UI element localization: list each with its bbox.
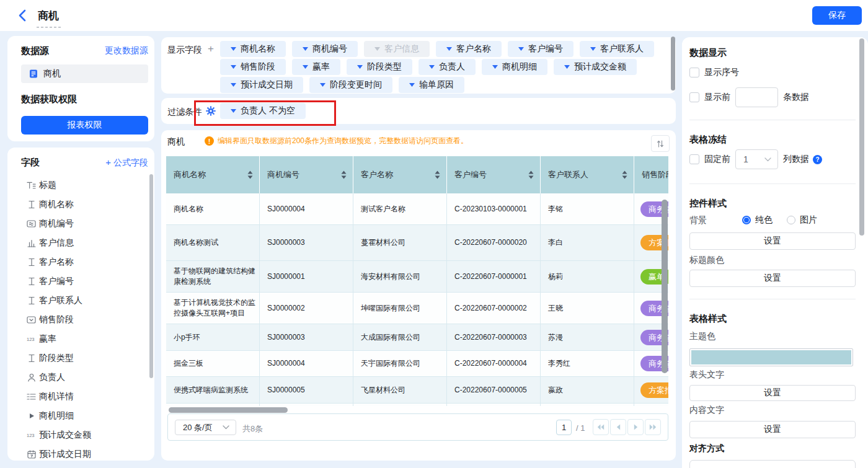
detail-icon xyxy=(27,391,36,402)
number-icon: 123 xyxy=(27,333,36,344)
bg-solid-radio[interactable] xyxy=(742,216,751,224)
table-header-cell[interactable]: 商机编号 xyxy=(260,156,353,193)
theme-color-swatch[interactable] xyxy=(689,348,853,366)
filter-condition-chip[interactable]: 负责人 不为空 xyxy=(220,103,306,119)
first-page-button[interactable] xyxy=(593,419,609,435)
table-row[interactable]: 便携式哮喘病监测系统 SJ0000005 飞星材料公司 C-20220607-0… xyxy=(166,377,668,404)
back-icon[interactable] xyxy=(16,9,30,22)
field-list-item[interactable]: 负责人 xyxy=(21,368,148,387)
table-header-cell[interactable]: 商机名称 xyxy=(166,156,260,193)
select-icon xyxy=(27,314,36,325)
add-formula-field-link[interactable]: +公式字段 xyxy=(105,157,148,169)
table-cell: 小p手环 xyxy=(166,324,260,350)
chart-icon xyxy=(27,237,36,248)
display-field-chip[interactable]: 阶段类型 xyxy=(347,59,412,75)
table-header-cell[interactable]: 客户联系人 xyxy=(541,156,634,193)
content-text-set-button[interactable]: 设置 xyxy=(689,421,856,438)
table-horizontal-scrollbar[interactable] xyxy=(169,407,288,413)
field-list-item[interactable]: 阶段类型 xyxy=(21,348,148,368)
serial-icon xyxy=(27,218,36,229)
chip-row: 商机名称 商机编号 客户信息 客户名称 客户编号 客户联系人 xyxy=(220,41,654,57)
display-field-chip[interactable]: 预计成交日期 xyxy=(220,77,303,93)
text-icon xyxy=(27,257,36,267)
last-page-button[interactable] xyxy=(645,419,661,435)
settings-scrollbar[interactable] xyxy=(859,38,864,236)
freeze-count-select[interactable]: 1 xyxy=(735,149,778,169)
subform-icon xyxy=(27,410,36,421)
field-list-item[interactable]: 商机详情 xyxy=(21,387,148,406)
change-datasource-link[interactable]: 更改数据源 xyxy=(105,45,148,56)
display-field-chip[interactable]: 输单原因 xyxy=(399,77,464,93)
table-header-cell[interactable]: 客户编号 xyxy=(447,156,541,193)
show-first-count-input[interactable] xyxy=(735,87,778,107)
display-field-chip[interactable]: 预计成交金额 xyxy=(554,59,637,75)
table-vertical-scrollbar[interactable] xyxy=(662,200,668,373)
sort-toggle-button[interactable] xyxy=(651,135,670,152)
report-permission-button[interactable]: 报表权限 xyxy=(21,116,148,135)
display-field-chip[interactable]: 客户编号 xyxy=(508,41,574,57)
help-icon[interactable]: ? xyxy=(813,155,822,164)
display-field-chip[interactable]: 负责人 xyxy=(418,59,476,75)
title-color-set-button[interactable]: 设置 xyxy=(689,270,856,287)
prev-page-button[interactable] xyxy=(610,419,626,435)
display-field-chip[interactable]: 销售阶段 xyxy=(220,59,286,75)
fields-scrollbar[interactable] xyxy=(149,174,153,378)
display-field-chip[interactable]: 商机名称 xyxy=(220,41,286,57)
field-list-item[interactable]: 客户联系人 xyxy=(21,291,148,310)
freeze-suffix: 列数据 xyxy=(783,154,809,165)
display-field-chip[interactable]: 赢率 xyxy=(292,59,340,75)
table-header-cell[interactable]: 销售阶段 xyxy=(634,156,668,193)
bg-image-radio[interactable] xyxy=(787,216,795,224)
align-options-group[interactable] xyxy=(689,460,856,468)
freeze-checkbox[interactable] xyxy=(689,154,699,164)
display-field-chip[interactable]: 客户名称 xyxy=(436,41,502,57)
field-list-item[interactable]: 123 预计成交金额 xyxy=(21,425,148,444)
next-page-button[interactable] xyxy=(627,419,644,435)
page-size-select[interactable]: 20 条/页 xyxy=(175,420,236,435)
table-row[interactable]: 商机名称 SJ0000004 测试客户名称 C-20230103-0000001… xyxy=(166,193,668,225)
caret-down-icon xyxy=(357,65,363,69)
header-text-set-button[interactable]: 设置 xyxy=(689,385,856,401)
display-field-chip[interactable]: 客户信息 xyxy=(364,41,430,57)
page-title[interactable]: 商机 xyxy=(38,10,59,22)
page-number-input[interactable]: 1 xyxy=(556,420,572,435)
table-header-row: 商机名称 商机编号 客户名称 客户编号 客户联系人 销售阶段 xyxy=(166,156,668,193)
display-field-chip[interactable]: 商机编号 xyxy=(292,41,358,57)
table-row[interactable]: 小p手环 SJ0000003 大成国际有限公司 C-20220607-00000… xyxy=(166,324,668,351)
field-list-item[interactable]: 商机编号 xyxy=(21,214,148,233)
add-display-field-icon[interactable]: + xyxy=(208,43,214,55)
field-list-item[interactable]: 123 赢率 xyxy=(21,329,148,348)
caret-down-icon xyxy=(492,65,498,69)
display-field-chip[interactable]: 阶段变更时间 xyxy=(309,77,392,93)
table-cell: 大成国际有限公司 xyxy=(353,324,447,350)
display-fields-label: 显示字段 xyxy=(167,45,202,56)
save-button[interactable]: 保存 xyxy=(812,6,862,25)
datasource-item[interactable]: 商机 xyxy=(21,64,148,83)
field-list-item[interactable]: 销售阶段 xyxy=(21,310,148,329)
display-field-chip[interactable]: 商机明细 xyxy=(482,59,547,75)
bg-set-button[interactable]: 设置 xyxy=(689,232,856,250)
middle-column-scrollbar[interactable] xyxy=(671,37,675,91)
table-cell: 商机名称测试 xyxy=(166,225,260,260)
table-cell: C-20230103-0000001 xyxy=(447,193,541,224)
field-list-item[interactable]: 预计成交日期 xyxy=(21,444,148,461)
show-first-checkbox[interactable] xyxy=(689,92,699,102)
table-header-cell[interactable]: 客户名称 xyxy=(353,156,447,193)
datasource-item-label: 商机 xyxy=(43,68,61,79)
table-row[interactable]: 掘金三板 SJ0000004 天宇国际有限公司 C-20220607-00000… xyxy=(166,351,668,377)
table-row[interactable]: 基于计算机视觉技术的监控摄像头互联网+项目 SJ0000002 坤曜国际有限公司… xyxy=(166,293,668,324)
field-list-item[interactable]: 客户编号 xyxy=(21,272,148,291)
gear-icon[interactable] xyxy=(206,106,216,116)
show-first-label: 显示前 xyxy=(704,92,730,103)
field-list-item[interactable]: 标题 xyxy=(21,175,148,195)
field-list-item[interactable]: 客户名称 xyxy=(21,252,148,272)
table-cell: 基于物联网的建筑结构健康检测系统 xyxy=(166,261,260,292)
display-field-chip[interactable]: 客户联系人 xyxy=(580,41,654,57)
field-list-item[interactable]: 商机明细 xyxy=(21,406,148,425)
warning-icon: ! xyxy=(205,136,214,146)
table-row[interactable]: 商机名称测试 SJ0000003 蔓霍材料公司 C-20220607-00000… xyxy=(166,225,668,261)
field-list-item[interactable]: 客户信息 xyxy=(21,233,148,252)
field-list-item[interactable]: 商机名称 xyxy=(21,195,148,214)
show-index-checkbox[interactable] xyxy=(689,68,699,77)
table-row[interactable]: 基于物联网的建筑结构健康检测系统 SJ0000001 海安材料有限公司 C-20… xyxy=(166,261,668,293)
